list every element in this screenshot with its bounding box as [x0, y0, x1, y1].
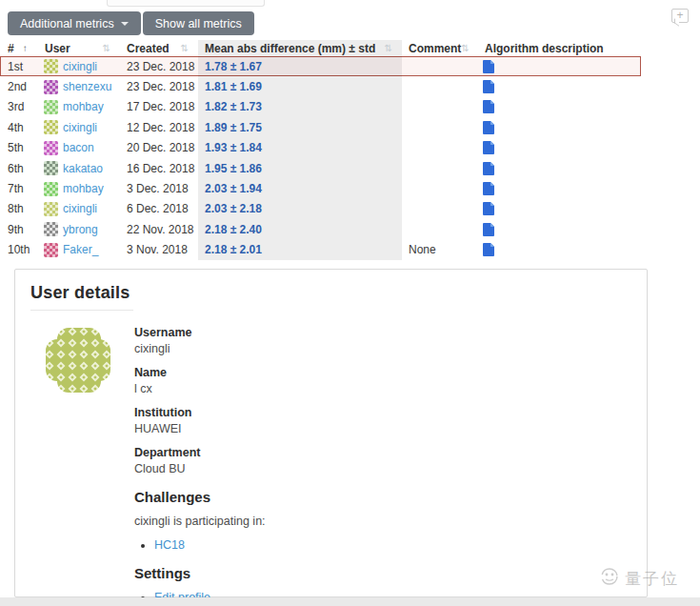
field-label-name: Name [134, 366, 266, 379]
rank-cell: 10th [0, 240, 38, 260]
column-label: User [45, 42, 70, 55]
user-cell: cixingli [38, 117, 120, 137]
mean-cell: 1.82 ± 1.73 [198, 97, 402, 117]
algorithm-cell [478, 56, 641, 76]
leaderboard-table: #↑User⇅Created⇅Mean abs difference (mm) … [0, 40, 641, 260]
qbitai-logo-icon [599, 566, 620, 591]
column-header[interactable]: #↑ [0, 40, 38, 56]
field-label-institution: Institution [134, 406, 266, 419]
algorithm-doc-icon[interactable] [483, 162, 494, 175]
sort-icon[interactable]: ⇅ [103, 43, 110, 53]
sort-icon[interactable]: ⇅ [461, 43, 469, 53]
user-cell: bacon [38, 138, 120, 158]
rank-cell: 6th [0, 158, 38, 178]
column-header[interactable]: Mean abs difference (mm) ± std⇅ [198, 40, 402, 56]
comment-cell [402, 199, 478, 219]
user-link[interactable]: cixingli [63, 60, 97, 73]
comment-cell [402, 97, 478, 117]
user-identicon [44, 120, 58, 134]
table-row: 6th kakatao 16 Dec. 2018 1.95 ± 1.86 [0, 158, 641, 178]
table-row: 8th cixingli 6 Dec. 2018 2.03 ± 2.18 [0, 199, 641, 219]
column-label: Comment [409, 42, 461, 55]
field-value-department: Cloud BU [134, 462, 266, 475]
algorithm-doc-icon[interactable] [483, 243, 494, 256]
additional-metrics-label: Additional metrics [20, 17, 114, 30]
created-cell: 3 Dec. 2018 [120, 178, 198, 198]
comment-cell [402, 56, 478, 76]
table-row: 4th cixingli 12 Dec. 2018 1.89 ± 1.75 [0, 117, 641, 137]
panel-content: Username cixingli Name l cx Institution … [30, 326, 631, 606]
algorithm-cell [478, 117, 641, 137]
list-item: HC18 [154, 538, 266, 552]
algorithm-doc-icon[interactable] [483, 202, 494, 215]
field-value-username: cixingli [134, 342, 266, 355]
user-link[interactable]: mohbay [63, 100, 104, 113]
show-all-metrics-label: Show all metrics [155, 17, 242, 30]
column-header[interactable]: Created⇅ [120, 40, 198, 56]
rank-cell: 8th [0, 199, 38, 219]
algorithm-doc-icon[interactable] [483, 60, 494, 73]
user-identicon [44, 100, 58, 114]
sort-icon[interactable]: ⇅ [385, 43, 392, 53]
caret-down-icon [121, 22, 129, 26]
created-cell: 20 Dec. 2018 [120, 138, 198, 158]
algorithm-cell [478, 158, 641, 178]
user-cell: mohbay [38, 178, 120, 198]
table-header: #↑User⇅Created⇅Mean abs difference (mm) … [0, 40, 641, 56]
user-fields: Username cixingli Name l cx Institution … [134, 326, 266, 606]
comment-cell: None [402, 240, 478, 260]
user-details-panel: User details Username cix [14, 269, 648, 597]
user-cell: Faker_ [38, 240, 120, 260]
metrics-toolbar: Additional metrics Show all metrics [8, 11, 254, 35]
challenges-heading: Challenges [134, 489, 266, 505]
user-cell: cixingli [38, 199, 120, 219]
user-link[interactable]: cixingli [63, 121, 97, 134]
algorithm-doc-icon[interactable] [483, 182, 494, 195]
user-identicon [44, 243, 58, 257]
algorithm-doc-icon[interactable] [483, 141, 494, 154]
user-link[interactable]: bacon [63, 141, 94, 154]
algorithm-doc-icon[interactable] [483, 223, 494, 236]
created-cell: 3 Nov. 2018 [120, 240, 198, 260]
column-header[interactable]: User⇅ [38, 40, 120, 56]
additional-metrics-button[interactable]: Additional metrics [8, 11, 141, 35]
field-label-department: Department [134, 446, 266, 459]
mean-cell: 2.03 ± 2.18 [198, 199, 402, 219]
algorithm-doc-icon[interactable] [483, 100, 494, 113]
rank-cell: 5th [0, 138, 38, 158]
user-link[interactable]: shenzexu [63, 80, 111, 93]
column-header[interactable]: Algorithm description [478, 40, 641, 56]
add-annotation-icon[interactable]: + [671, 9, 689, 23]
column-label: Created [127, 42, 170, 55]
created-cell: 6 Dec. 2018 [120, 199, 198, 219]
challenge-link-hc18[interactable]: HC18 [154, 538, 185, 552]
sort-ascending-icon[interactable]: ↑ [23, 43, 28, 53]
rank-cell: 7th [0, 178, 38, 198]
table-row: 1st cixingli 23 Dec. 2018 1.78 ± 1.67 [0, 56, 641, 76]
user-link[interactable]: mohbay [63, 182, 104, 195]
user-link[interactable]: kakatao [63, 162, 103, 175]
user-link[interactable]: cixingli [63, 202, 97, 215]
user-identicon [44, 222, 58, 236]
created-cell: 23 Dec. 2018 [120, 76, 198, 96]
show-all-metrics-button[interactable]: Show all metrics [143, 11, 254, 35]
algorithm-cell [478, 240, 641, 260]
user-link[interactable]: Faker_ [63, 243, 98, 256]
algorithm-doc-icon[interactable] [483, 121, 494, 134]
column-label: Mean abs difference (mm) ± std [205, 42, 375, 55]
comment-cell [402, 117, 478, 137]
user-link[interactable]: ybrong [63, 223, 98, 236]
mean-cell: 1.93 ± 1.84 [198, 138, 402, 158]
column-header[interactable]: Comment⇅ [402, 40, 478, 56]
table-body: 1st cixingli 23 Dec. 2018 1.78 ± 1.67 2n… [0, 56, 641, 260]
sort-icon[interactable]: ⇅ [181, 43, 189, 53]
settings-heading: Settings [134, 565, 266, 581]
user-identicon [44, 202, 58, 216]
partial-element-top [107, 0, 265, 7]
algorithm-cell [478, 219, 641, 239]
mean-cell: 1.81 ± 1.69 [198, 76, 402, 96]
user-avatar-identicon [44, 326, 112, 394]
rank-cell: 9th [0, 219, 38, 239]
table-row: 2nd shenzexu 23 Dec. 2018 1.81 ± 1.69 [0, 76, 641, 96]
algorithm-doc-icon[interactable] [483, 80, 494, 93]
